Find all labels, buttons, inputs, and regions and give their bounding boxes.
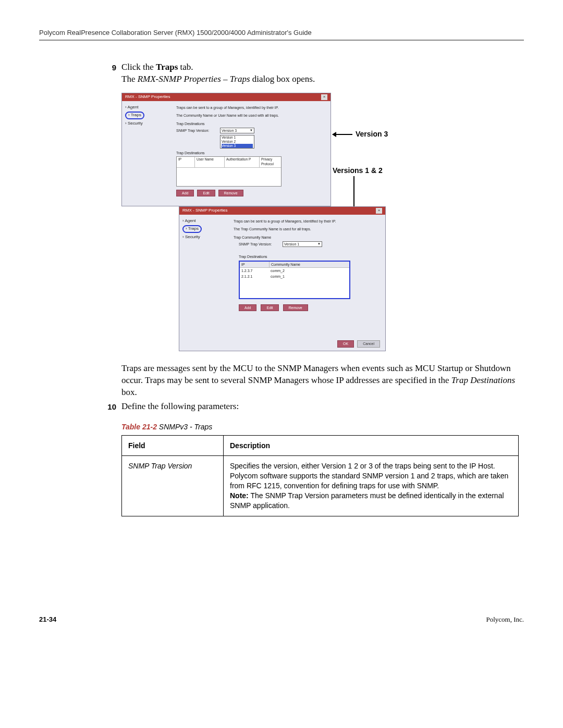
- step9-text-a: Click the: [121, 62, 156, 72]
- snmp-trap-version-dropdown[interactable]: Version 3 ▼: [220, 128, 254, 133]
- dialog-snmp-v1v2: RMX - SNMP Properties × › Agent › Traps …: [179, 206, 386, 351]
- dd-opt-2[interactable]: Version 2: [222, 140, 253, 144]
- snmp-trap-version-label: SNMP Trap Version:: [239, 242, 279, 246]
- th-auth: Authentication P: [225, 157, 260, 167]
- header-rule: [39, 40, 524, 41]
- trap-destinations-table[interactable]: IP User Name Authentication P Privacy Pr…: [176, 156, 282, 187]
- callout-v3-label: Version 3: [356, 130, 388, 138]
- remove-button[interactable]: Remove: [283, 304, 308, 311]
- th-ip: IP: [240, 262, 270, 267]
- dlg1-group1: Trap Destinations: [176, 121, 325, 126]
- dd-opt-1[interactable]: Version 1: [222, 135, 253, 140]
- cell-ip: 1.2.3.7: [240, 268, 269, 274]
- dd-opt-3[interactable]: Version 3: [222, 144, 253, 148]
- edit-button[interactable]: Edit: [261, 304, 278, 311]
- nav-agent-label: Agent: [127, 105, 138, 109]
- dialog1-title: RMX - SNMP Properties: [125, 94, 170, 100]
- remove-button[interactable]: Remove: [218, 190, 243, 196]
- snmp-trap-version-dropdown[interactable]: Version 1 ▼: [283, 241, 322, 247]
- close-icon[interactable]: ×: [376, 208, 382, 214]
- callout-versions12: Versions 1 & 2: [333, 166, 395, 176]
- close-icon[interactable]: ×: [321, 94, 327, 100]
- th-community: Community Name: [270, 262, 349, 267]
- screenshot-diagram: RMX - SNMP Properties × › Agent › Traps …: [121, 93, 403, 353]
- th-priv: Privacy Protocol: [260, 157, 281, 167]
- dialog1-titlebar: RMX - SNMP Properties ×: [122, 93, 331, 101]
- step10-text: Define the following parameters:: [121, 401, 519, 413]
- dlg2-intro1: Traps can be sent to a group of Managers…: [234, 219, 380, 224]
- table-row[interactable]: 1.2.3.7 comm_2: [240, 268, 349, 274]
- para-c: box.: [121, 387, 137, 397]
- page-number: 21-34: [39, 615, 56, 624]
- nav-security[interactable]: › Security: [124, 120, 171, 127]
- nav-agent[interactable]: › Agent: [124, 104, 171, 111]
- table-caption-number: Table 21-2: [121, 423, 157, 431]
- dialog-snmp-v3: RMX - SNMP Properties × › Agent › Traps …: [121, 93, 331, 206]
- step-10: 10 Define the following parameters:: [102, 401, 519, 413]
- dlg1-intro1: Traps can be sent to a group of Managers…: [176, 105, 325, 110]
- dlg2-intro2: The Trap Community Name is used for all …: [234, 227, 380, 232]
- step9-line2-b: RMX-SNMP Properties – Traps: [138, 74, 250, 84]
- step9-line2-a: The: [121, 74, 138, 84]
- dlg1-group2: Trap Destinations: [176, 151, 325, 155]
- add-button[interactable]: Add: [176, 190, 194, 196]
- td-field: SNMP Trap Version: [122, 456, 224, 516]
- ok-button[interactable]: OK: [337, 340, 354, 347]
- step-9: 9 Click the Traps tab. The RMX-SNMP Prop…: [102, 61, 519, 85]
- th-field: Field: [122, 435, 224, 456]
- trap-destinations-table[interactable]: IP Community Name 1.2.3.7 comm_2 2.1.2.1…: [239, 261, 350, 299]
- callout-v12-label: Versions 1 & 2: [333, 166, 383, 175]
- dropdown-value: Version 3: [222, 128, 237, 133]
- doc-header: Polycom RealPresence Collaboration Serve…: [39, 29, 524, 36]
- edit-button[interactable]: Edit: [197, 190, 215, 196]
- table-caption-title: SNMPv3 - Traps: [157, 423, 212, 431]
- nav-traps[interactable]: › Traps: [181, 225, 228, 233]
- table-row[interactable]: 2.1.2.1 comm_1: [240, 274, 349, 279]
- dlg1-intro2: The Community Name or User Name will be …: [176, 113, 325, 118]
- dialog2-nav: › Agent › Traps › Security: [179, 215, 230, 351]
- chevron-down-icon: ▼: [250, 128, 253, 132]
- th-user: User Name: [195, 157, 225, 167]
- cancel-button[interactable]: Cancel: [357, 340, 380, 347]
- nav-agent[interactable]: › Agent: [181, 218, 228, 225]
- nav-traps-label: Traps: [188, 226, 199, 231]
- cell-community: comm_1: [269, 274, 286, 279]
- nav-agent-label: Agent: [185, 218, 195, 223]
- dialog2-titlebar: RMX - SNMP Properties ×: [179, 207, 385, 215]
- chevron-down-icon: ▼: [317, 242, 321, 246]
- callout-version3: Version 3: [333, 129, 388, 139]
- desc-note-label: Note:: [230, 491, 249, 500]
- arrow-left-icon: [333, 134, 352, 135]
- step9-text-c: tab.: [178, 62, 193, 72]
- td-description: Specifies the version, either Version 1 …: [224, 456, 519, 516]
- snmpv3-traps-table: Field Description SNMP Trap Version Spec…: [121, 435, 519, 516]
- dropdown-value: Version 1: [284, 242, 299, 246]
- nav-security[interactable]: › Security: [181, 234, 228, 241]
- cell-community: comm_2: [269, 268, 286, 274]
- dialog1-nav: › Agent › Traps › Security: [122, 101, 173, 206]
- footer-company: Polycom, Inc.: [486, 615, 524, 624]
- step9-text-b: Traps: [156, 62, 178, 72]
- th-ip: IP: [177, 157, 195, 167]
- nav-traps[interactable]: › Traps: [124, 111, 171, 120]
- para-b: Trap Destinations: [451, 375, 515, 385]
- dlg2-group1: Trap Community Name: [234, 235, 380, 240]
- desc-main: Specifies the version, either Version 1 …: [230, 462, 508, 490]
- table-caption: Table 21-2 SNMPv3 - Traps: [121, 422, 519, 432]
- add-button[interactable]: Add: [239, 304, 256, 311]
- page-footer: 21-34 Polycom, Inc.: [39, 615, 524, 624]
- dropdown-options[interactable]: Version 1 Version 2 Version 3: [220, 135, 254, 148]
- th-description: Description: [224, 435, 519, 456]
- paragraph-traps: Traps are messages sent by the MCU to th…: [102, 363, 519, 399]
- dialog2-title: RMX - SNMP Properties: [182, 208, 228, 214]
- nav-security-label: Security: [185, 235, 200, 239]
- snmp-trap-version-label: SNMP Trap Version:: [176, 128, 217, 133]
- step9-line2-c: dialog box opens.: [250, 74, 315, 84]
- cell-ip: 2.1.2.1: [240, 274, 269, 279]
- step-number: 10: [102, 401, 121, 413]
- nav-traps-label: Traps: [131, 113, 141, 117]
- desc-note-text: The SNMP Trap Version parameters must be…: [230, 491, 504, 510]
- step-number: 9: [102, 61, 121, 85]
- nav-security-label: Security: [128, 121, 143, 126]
- dlg2-group2: Trap Destinations: [239, 254, 380, 259]
